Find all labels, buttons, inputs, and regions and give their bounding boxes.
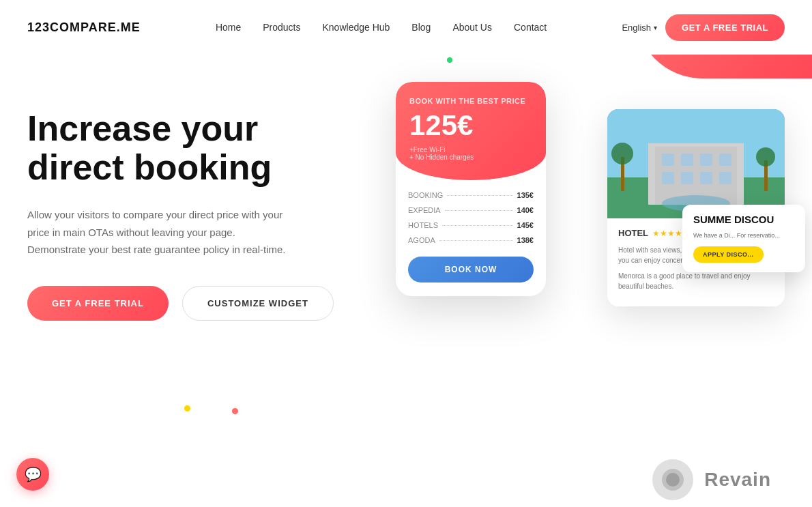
hero-right-visuals: BOOK WITH THE BEST PRICE 125€ +Free Wi-F… bbox=[355, 68, 785, 507]
svg-rect-8 bbox=[662, 172, 674, 184]
nav-indicator-dot bbox=[447, 57, 452, 63]
hero-dot-yellow bbox=[184, 405, 190, 411]
nav-cta-button[interactable]: GET A FREE TRIAL bbox=[665, 14, 785, 41]
nav-right: English GET A FREE TRIAL bbox=[622, 14, 785, 41]
chat-bubble[interactable]: 💬 bbox=[16, 458, 49, 491]
nav-item-blog[interactable]: Blog bbox=[411, 21, 431, 33]
customize-widget-button[interactable]: CUSTOMIZE WIDGET bbox=[182, 286, 334, 321]
revain-logo-icon bbox=[661, 467, 685, 492]
booking-widget-card: BOOK WITH THE BEST PRICE 125€ +Free Wi-F… bbox=[396, 82, 546, 296]
hotel-container: HOTEL ★★★★★ Hotel with sea views, indoor… bbox=[607, 109, 798, 396]
nav-item-home[interactable]: Home bbox=[216, 21, 241, 33]
revain-brand-text: Revain bbox=[704, 469, 771, 491]
apply-discount-button[interactable]: APPLY DISCO... bbox=[693, 246, 764, 263]
nav-link-about-us[interactable]: About Us bbox=[452, 22, 492, 33]
svg-point-14 bbox=[611, 143, 633, 164]
booking-row-booking: BOOKING 135€ bbox=[408, 191, 534, 199]
hero-left-content: Increase your direct booking Allow your … bbox=[27, 68, 355, 507]
booking-dots-2 bbox=[445, 210, 513, 211]
hotel-card-text2: Menorca is a good place to travel and en… bbox=[618, 271, 774, 291]
summer-popup-title: SUMME DISCOU bbox=[693, 214, 794, 226]
booking-row-hotels: HOTELS 145€ bbox=[408, 221, 534, 229]
svg-point-18 bbox=[666, 473, 680, 487]
booking-dots-1 bbox=[447, 195, 512, 196]
svg-point-16 bbox=[756, 147, 775, 166]
svg-rect-7 bbox=[719, 154, 731, 166]
hero-title-line1: Increase your bbox=[27, 108, 258, 148]
logo: 123COMPARE.ME bbox=[27, 20, 141, 35]
booking-row-agoda: AGODA 138€ bbox=[408, 236, 534, 244]
book-now-button[interactable]: BOOK NOW bbox=[408, 257, 534, 283]
nav-link-knowledge-hub[interactable]: Knowledge Hub bbox=[323, 22, 390, 33]
summer-discount-popup: SUMME DISCOU We have a Di... For reserva… bbox=[682, 205, 805, 272]
booking-card-price: 125€ bbox=[409, 109, 532, 142]
hero-description: Allow your visitors to compare your dire… bbox=[27, 206, 287, 259]
nav-item-about-us[interactable]: About Us bbox=[452, 21, 492, 33]
nav-links: Home Products Knowledge Hub Blog About U… bbox=[216, 21, 547, 33]
booking-card-header: BOOK WITH THE BEST PRICE 125€ +Free Wi-F… bbox=[396, 82, 546, 180]
svg-rect-9 bbox=[681, 172, 693, 184]
nav-item-contact[interactable]: Contact bbox=[514, 21, 547, 33]
booking-card-label: BOOK WITH THE BEST PRICE bbox=[409, 97, 532, 105]
chat-icon: 💬 bbox=[25, 466, 42, 482]
hero-title: Increase your direct booking bbox=[27, 109, 355, 187]
booking-dots-3 bbox=[442, 225, 513, 226]
navbar: 123COMPARE.ME Home Products Knowledge Hu… bbox=[0, 0, 812, 55]
nav-link-products[interactable]: Products bbox=[263, 22, 300, 33]
hotel-card-image bbox=[607, 109, 785, 218]
svg-rect-6 bbox=[700, 154, 712, 166]
hero-dot-red bbox=[232, 408, 238, 414]
revain-icon bbox=[652, 459, 693, 500]
nav-link-home[interactable]: Home bbox=[216, 22, 241, 33]
booking-row-expedia: EXPEDIA 140€ bbox=[408, 206, 534, 214]
nav-link-blog[interactable]: Blog bbox=[411, 22, 431, 33]
svg-rect-5 bbox=[681, 154, 693, 166]
language-selector[interactable]: English bbox=[622, 23, 657, 33]
booking-dots-4 bbox=[439, 240, 513, 241]
svg-rect-10 bbox=[700, 172, 712, 184]
hero-buttons: GET A FREE TRIAL CUSTOMIZE WIDGET bbox=[27, 286, 355, 321]
hero-section: Increase your direct booking Allow your … bbox=[0, 55, 812, 507]
booking-card-extra1: +Free Wi-Fi + No Hidden charges bbox=[409, 146, 532, 161]
free-trial-button[interactable]: GET A FREE TRIAL bbox=[27, 286, 169, 321]
svg-rect-4 bbox=[662, 154, 674, 166]
summer-popup-subtitle: We have a Di... For reservatio... bbox=[693, 231, 794, 240]
revain-area: Revain bbox=[652, 459, 771, 500]
hero-title-line2: direct booking bbox=[27, 147, 272, 187]
nav-link-contact[interactable]: Contact bbox=[514, 22, 547, 33]
nav-item-products[interactable]: Products bbox=[263, 21, 300, 33]
svg-rect-11 bbox=[719, 172, 731, 184]
nav-item-knowledge-hub[interactable]: Knowledge Hub bbox=[323, 21, 390, 33]
booking-card-body: BOOKING 135€ EXPEDIA 140€ HOTELS 145€ AG… bbox=[396, 180, 546, 296]
hotel-image-svg bbox=[607, 109, 785, 218]
